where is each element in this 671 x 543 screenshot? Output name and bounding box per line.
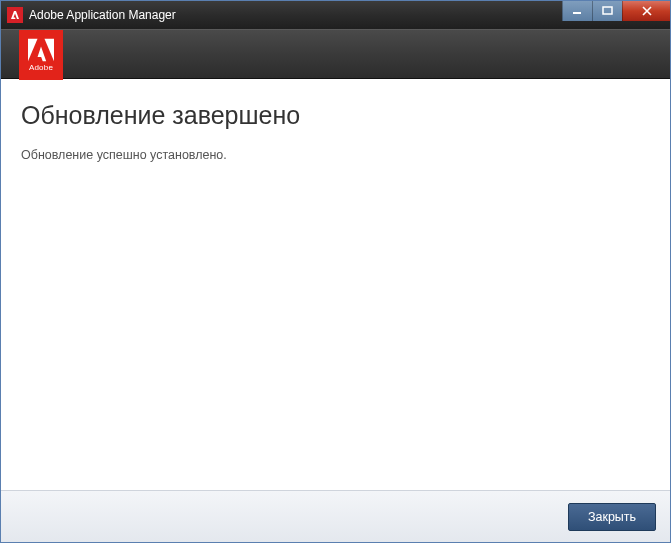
svg-rect-1 (603, 7, 612, 14)
adobe-logo-icon (28, 38, 54, 62)
status-message: Обновление успешно установлено. (21, 148, 650, 162)
maximize-button[interactable] (592, 1, 622, 21)
window-close-button[interactable] (622, 1, 670, 21)
window-title: Adobe Application Manager (29, 8, 176, 22)
minimize-button[interactable] (562, 1, 592, 21)
content-area: Обновление завершено Обновление успешно … (1, 79, 670, 490)
adobe-logo-text: Adobe (29, 63, 53, 72)
adobe-app-icon (7, 7, 23, 23)
page-heading: Обновление завершено (21, 101, 650, 130)
footer-bar: Закрыть (1, 490, 670, 542)
app-window: Adobe Application Manager Adobe Обновлен… (0, 0, 671, 543)
titlebar[interactable]: Adobe Application Manager (1, 1, 670, 29)
close-button[interactable]: Закрыть (568, 503, 656, 531)
svg-rect-0 (573, 12, 581, 14)
adobe-logo-badge: Adobe (19, 30, 63, 80)
window-controls (562, 1, 670, 21)
header-strip: Adobe (1, 29, 670, 79)
